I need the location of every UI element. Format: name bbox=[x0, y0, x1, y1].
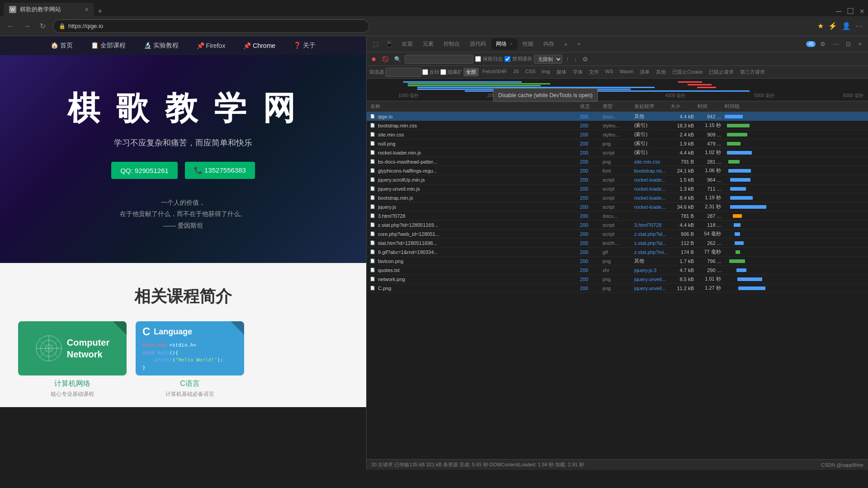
column-header-status[interactable]: 状态 bbox=[580, 103, 603, 110]
table-row[interactable]: 📄 z.stat.php?id=128051169... 200 script … bbox=[367, 221, 868, 230]
tab-sources[interactable]: 源代码 bbox=[465, 38, 491, 50]
more-tabs-button[interactable]: » bbox=[560, 39, 572, 49]
tab-close-button[interactable]: × bbox=[85, 6, 89, 13]
throttle-select[interactable]: 无限制 bbox=[534, 55, 562, 64]
tab-welcome[interactable]: 欢迎 bbox=[397, 38, 417, 50]
column-header-type[interactable]: 类型 bbox=[603, 103, 634, 110]
table-row[interactable]: 📄 bs-docs-masthead-patter... 200 png sit… bbox=[367, 157, 868, 166]
table-row[interactable]: 📄 rocket-loader.min.js 200 script (索引) 4… bbox=[367, 148, 868, 157]
nav-chrome[interactable]: 📌 Chrome bbox=[243, 42, 275, 49]
filter-all[interactable]: 全部 bbox=[463, 68, 479, 76]
extension-button[interactable]: ⚡ bbox=[828, 22, 837, 30]
forward-button[interactable]: → bbox=[22, 20, 33, 32]
inspect-element-button[interactable]: ⬚ bbox=[370, 39, 381, 49]
row-waterfall bbox=[725, 214, 864, 218]
close-button[interactable]: × bbox=[859, 7, 864, 16]
filter-blocked-cookie[interactable]: 已阻止Cookie bbox=[670, 68, 705, 76]
hide-ext-checkbox[interactable]: 隐藏扩 bbox=[440, 69, 462, 75]
filter-font[interactable]: 字体 bbox=[570, 68, 585, 76]
phone-button[interactable]: 📞 13527556383 bbox=[185, 162, 255, 179]
address-bar[interactable]: 🔒 https://qige.io bbox=[53, 19, 369, 33]
filter-img[interactable]: Img bbox=[539, 68, 552, 76]
active-tab[interactable]: W 棋歌的教学网站 × bbox=[4, 3, 94, 16]
table-row[interactable]: 📄 9.gif?abc=1&rnd=190334... 200 gif z.st… bbox=[367, 248, 868, 257]
table-row[interactable]: 📄 null.png 200 png (索引) 1.9 kB 479 ... bbox=[367, 139, 868, 148]
column-header-initiator[interactable]: 发起程序 bbox=[634, 103, 670, 110]
qq-button[interactable]: QQ: 929051261 bbox=[111, 162, 178, 179]
reload-button[interactable]: ↻ bbox=[38, 20, 47, 32]
tab-console[interactable]: 控制台 bbox=[439, 38, 464, 50]
network-settings-button[interactable]: ⚙ bbox=[580, 55, 590, 64]
filter-blocked-req[interactable]: 已阻止请求 bbox=[706, 68, 736, 76]
table-row[interactable]: 📄 C.png 200 png jquery.unveil... 11.2 kB… bbox=[367, 284, 868, 293]
nav-firefox[interactable]: 📌 Firefox bbox=[197, 42, 226, 49]
table-row[interactable]: 📄 site.min.css 200 styles... (索引) 2.4 kB… bbox=[367, 130, 868, 139]
table-row[interactable]: 📄 3.html?0728 200 docu... 781 B 287 ... bbox=[367, 211, 868, 221]
undock-button[interactable]: ⊡ bbox=[843, 39, 854, 49]
filter-ws[interactable]: WS bbox=[603, 68, 616, 76]
table-row[interactable]: 📄 qige.io 200 docu... 其他 4.4 kB 842 ... bbox=[367, 112, 868, 121]
filter-other[interactable]: 其他 bbox=[653, 68, 669, 76]
column-header-time[interactable]: 时间 bbox=[698, 103, 725, 110]
table-row[interactable]: 📄 quotes.txt 200 xhr jquery.js:3 4.7 kB … bbox=[367, 266, 868, 275]
invert-checkbox[interactable]: 反转 bbox=[422, 69, 439, 75]
nav-courses[interactable]: 📋 全部课程 bbox=[91, 42, 126, 50]
tab-memory[interactable]: 内存 bbox=[539, 38, 559, 50]
filter-xhr[interactable]: Fetch/XHR bbox=[480, 68, 509, 76]
table-row[interactable]: 📄 jquery.scrollUp.min.js 200 script rock… bbox=[367, 175, 868, 184]
search-input[interactable] bbox=[405, 55, 473, 64]
column-header-size[interactable]: 大小 bbox=[670, 103, 698, 110]
filter-css[interactable]: CSS bbox=[523, 68, 538, 76]
course-card-clang[interactable]: C Language #include <stdio.h> void main(… bbox=[136, 321, 244, 398]
filter-media[interactable]: 媒体 bbox=[554, 68, 569, 76]
table-row[interactable]: 📄 jquery.unveil.min.js 200 script rocket… bbox=[367, 184, 868, 193]
bookmark-button[interactable]: ★ bbox=[817, 22, 824, 30]
close-devtools-button[interactable]: × bbox=[855, 39, 864, 49]
settings-button[interactable]: ⚙ bbox=[817, 39, 828, 49]
table-row[interactable]: 📄 stat.htm?id=1280511698... 200 text/h..… bbox=[367, 239, 868, 248]
new-tab-button[interactable]: + bbox=[98, 7, 103, 16]
filter-label: 筛选器 bbox=[369, 69, 384, 75]
preserve-log-checkbox[interactable]: 保留日志 bbox=[475, 56, 503, 62]
nav-lab[interactable]: 🔬 实验教程 bbox=[144, 42, 179, 50]
tab-performance[interactable]: 性能 bbox=[518, 38, 538, 50]
tab-elements[interactable]: 元素 bbox=[418, 38, 438, 50]
back-button[interactable]: ← bbox=[5, 20, 16, 32]
tab-network[interactable]: 网络 × bbox=[491, 38, 517, 50]
filter-wasm[interactable]: Wasm bbox=[617, 68, 636, 76]
row-status: 200 bbox=[580, 177, 603, 183]
add-tab-button[interactable]: + bbox=[573, 39, 585, 49]
clear-button[interactable]: 🚫 bbox=[380, 55, 391, 63]
export-button[interactable]: ↓ bbox=[572, 55, 579, 63]
profile-button[interactable]: 👤 bbox=[842, 22, 851, 30]
filter-button[interactable]: 🔍 bbox=[392, 55, 403, 63]
disable-cache-checkbox[interactable]: 禁用缓存 bbox=[505, 56, 532, 62]
table-row[interactable]: 📄 bootstrap.min.js 200 script rocket-loa… bbox=[367, 193, 868, 202]
filter-js[interactable]: JS bbox=[510, 68, 522, 76]
main-area: 🏠 首页 📋 全部课程 🔬 实验教程 📌 Firefox 📌 Chrome ❓ … bbox=[0, 36, 868, 470]
course-card-network[interactable]: ComputerNetwork 计算机网络 核心专业基础课程 bbox=[18, 321, 127, 398]
filter-input[interactable] bbox=[385, 68, 421, 77]
tab-network-close[interactable]: × bbox=[510, 42, 513, 47]
table-row[interactable]: 📄 network.png 200 png jquery.unveil... 8… bbox=[367, 275, 868, 284]
filter-manifest[interactable]: 清单 bbox=[637, 68, 652, 76]
nav-about[interactable]: ❓ 关于 bbox=[293, 42, 316, 50]
maximize-button[interactable]: ☐ bbox=[847, 6, 854, 16]
device-mode-button[interactable]: 📱 bbox=[383, 39, 396, 49]
table-row[interactable]: 📄 bootstrap.min.css 200 styles... (索引) 1… bbox=[367, 121, 868, 130]
column-header-name[interactable]: 名称 bbox=[370, 103, 580, 110]
table-row[interactable]: 📄 favicon.png 200 png 其他 1.7 kB 796 ... bbox=[367, 257, 868, 266]
minimize-button[interactable]: ─ bbox=[836, 7, 842, 16]
table-row[interactable]: 📄 glyphicons-halflings-regu... 200 font … bbox=[367, 166, 868, 175]
filter-3rd[interactable]: 第三方请求 bbox=[737, 68, 768, 76]
record-button[interactable]: ⏺ bbox=[369, 55, 378, 63]
row-size: 34.6 kB bbox=[670, 204, 698, 210]
menu-button[interactable]: ⋯ bbox=[855, 22, 863, 30]
nav-home[interactable]: 🏠 首页 bbox=[51, 42, 73, 50]
filter-doc[interactable]: 文件 bbox=[586, 68, 602, 76]
table-row[interactable]: 📄 jquery.js 200 script rocket-loade... 3… bbox=[367, 202, 868, 211]
more-options-button[interactable]: ⋯ bbox=[830, 39, 841, 49]
import-button[interactable]: ↑ bbox=[564, 55, 571, 63]
column-header-waterfall[interactable]: 时间线 bbox=[725, 103, 864, 110]
table-row[interactable]: 📄 core.php?web_id=128051... 200 script z… bbox=[367, 230, 868, 239]
